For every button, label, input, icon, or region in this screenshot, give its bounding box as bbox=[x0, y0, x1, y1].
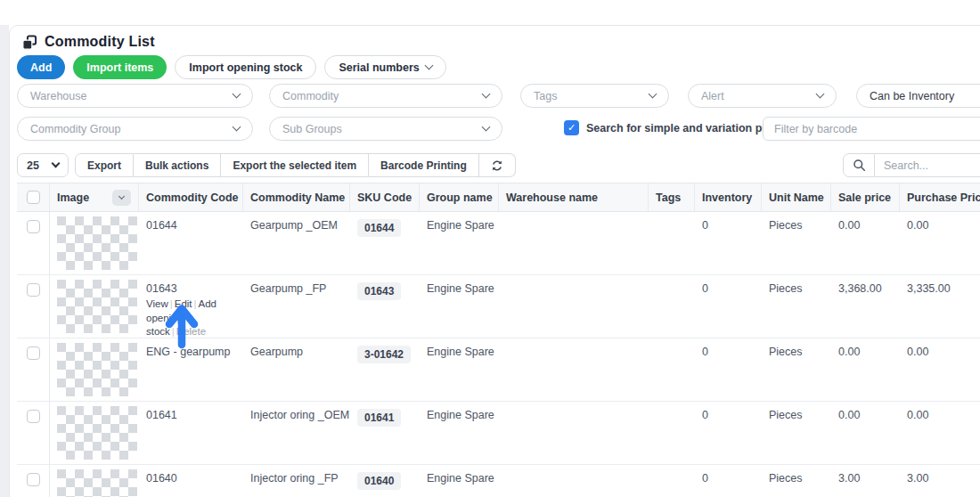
sale-price: 3.00 bbox=[831, 465, 900, 485]
header-commodity-name: Commodity Name bbox=[243, 183, 350, 211]
commodity-group-select[interactable]: Commodity Group bbox=[17, 117, 253, 141]
barcode-filter-input[interactable] bbox=[763, 117, 980, 141]
table-row: 01643 View|Edit|Add opening stock|Delete… bbox=[17, 275, 980, 338]
header-image: Image bbox=[57, 191, 89, 204]
search-input[interactable] bbox=[875, 153, 980, 177]
commodity-name: Gearpump _FP bbox=[243, 275, 350, 295]
page-background-gutter bbox=[0, 25, 9, 497]
warehouse-name bbox=[499, 212, 649, 219]
group-name: Engine Spare bbox=[420, 465, 499, 485]
bulk-actions-button[interactable]: Bulk actions bbox=[134, 153, 221, 177]
sub-groups-select[interactable]: Sub Groups bbox=[269, 117, 502, 141]
sku-badge: 01644 bbox=[357, 219, 401, 237]
page-title: Commodity List bbox=[45, 34, 155, 50]
commodity-code-cell: 01640 bbox=[139, 465, 243, 485]
unit-name: Pieces bbox=[762, 212, 831, 232]
sku-badge: 01641 bbox=[357, 409, 401, 427]
export-selected-button[interactable]: Export the selected item bbox=[221, 153, 369, 177]
tags-cell bbox=[649, 465, 695, 472]
warehouse-select[interactable]: Warehouse bbox=[17, 84, 253, 108]
header-tags: Tags bbox=[649, 183, 695, 211]
row-checkbox[interactable] bbox=[27, 410, 40, 423]
barcode-printing-button[interactable]: Barcode Printing bbox=[369, 153, 479, 177]
commodity-code: 01643 bbox=[146, 282, 177, 295]
table-row: ENG - gearpump Gearpump 3-01642 Engine S… bbox=[17, 338, 980, 402]
action-separator: | bbox=[170, 326, 176, 337]
commodity-image-placeholder bbox=[57, 406, 137, 460]
commodity-name: Gearpump _OEM bbox=[243, 212, 350, 232]
tags-cell bbox=[649, 212, 695, 219]
filter-row-1: Warehouse Commodity Tags Alert Can be In… bbox=[17, 84, 980, 108]
alert-select[interactable]: Alert bbox=[688, 84, 837, 108]
search-button[interactable] bbox=[843, 153, 875, 177]
row-action-view[interactable]: View bbox=[146, 298, 168, 309]
commodity-list-page: Commodity List Add Import items Import o… bbox=[0, 0, 980, 497]
purchase-price: 0.00 bbox=[900, 338, 980, 358]
action-buttons: Add Import items Import opening stock Se… bbox=[17, 55, 446, 79]
purchase-price: 3.00 bbox=[900, 465, 980, 485]
page-header: Commodity List bbox=[22, 34, 155, 50]
commodity-table: Image Commodity Code Commodity Name SKU … bbox=[17, 183, 980, 497]
simple-variation-checkbox[interactable]: ✓ bbox=[564, 120, 579, 135]
row-action-delete[interactable]: Delete bbox=[176, 326, 206, 337]
image-column-toggle[interactable] bbox=[112, 190, 131, 206]
sku-cell: 01641 bbox=[350, 402, 420, 427]
refresh-button[interactable] bbox=[479, 153, 516, 177]
unit-name: Pieces bbox=[762, 465, 831, 485]
commodity-code-cell: 01643 View|Edit|Add opening stock|Delete bbox=[139, 275, 243, 339]
import-items-button[interactable]: Import items bbox=[73, 55, 167, 79]
commodity-code-cell: ENG - gearpump bbox=[139, 338, 243, 358]
row-checkbox[interactable] bbox=[27, 346, 40, 360]
header-unit-name: Unit Name bbox=[762, 183, 831, 211]
row-checkbox[interactable] bbox=[27, 473, 40, 486]
header-inventory: Inventory bbox=[695, 183, 762, 211]
row-checkbox[interactable] bbox=[27, 283, 40, 297]
serial-numbers-dropdown[interactable]: Serial numbers bbox=[324, 55, 445, 79]
inventory-value: 0 bbox=[695, 465, 762, 485]
action-separator: | bbox=[168, 298, 175, 309]
commodity-name: Gearpump bbox=[243, 338, 350, 358]
export-button[interactable]: Export bbox=[75, 153, 134, 177]
commodity-list-card: Commodity List Add Import items Import o… bbox=[9, 25, 980, 497]
sale-price: 0.00 bbox=[831, 402, 900, 421]
page-size-value: 25 bbox=[27, 159, 39, 172]
commodity-code-cell: 01641 bbox=[139, 402, 243, 421]
commodity-image-placeholder bbox=[57, 280, 137, 333]
chevron-down-icon bbox=[233, 123, 241, 132]
warehouse-name bbox=[499, 465, 649, 472]
chevron-down-icon bbox=[118, 193, 125, 200]
sale-price: 0.00 bbox=[831, 338, 900, 358]
tags-cell bbox=[649, 402, 695, 409]
commodity-name: Injector oring _OEM bbox=[243, 402, 350, 421]
table-header-row: Image Commodity Code Commodity Name SKU … bbox=[17, 183, 980, 212]
commodity-code: 01644 bbox=[146, 219, 177, 232]
chevron-down-icon bbox=[424, 61, 433, 70]
table-body: 01644 Gearpump _OEM 01644 Engine Spare 0… bbox=[17, 212, 980, 497]
commodity-placeholder: Commodity bbox=[282, 90, 339, 102]
tags-cell bbox=[649, 338, 695, 346]
select-all-checkbox[interactable] bbox=[27, 191, 40, 204]
import-opening-stock-button[interactable]: Import opening stock bbox=[175, 55, 316, 79]
sku-cell: 3-01642 bbox=[350, 338, 420, 363]
chevron-down-icon bbox=[52, 159, 61, 168]
sku-cell: 01643 bbox=[350, 275, 420, 300]
commodity-select[interactable]: Commodity bbox=[269, 84, 502, 108]
row-checkbox[interactable] bbox=[27, 220, 40, 233]
group-name: Engine Spare bbox=[420, 338, 499, 358]
sale-price: 3,368.00 bbox=[831, 275, 900, 295]
row-action-edit[interactable]: Edit bbox=[175, 298, 192, 309]
commodity-code: ENG - gearpump bbox=[146, 346, 230, 358]
warehouse-name bbox=[499, 275, 649, 282]
header-sku-code: SKU Code bbox=[350, 183, 420, 211]
sale-price: 0.00 bbox=[831, 212, 900, 232]
tags-select[interactable]: Tags bbox=[520, 84, 669, 108]
commodity-code: 01641 bbox=[146, 409, 177, 421]
filter-row-2: Commodity Group Sub Groups ✓ Search for … bbox=[17, 117, 980, 141]
warehouse-placeholder: Warehouse bbox=[30, 90, 86, 102]
page-size-select[interactable]: 25 bbox=[17, 153, 69, 177]
add-button[interactable]: Add bbox=[17, 55, 65, 79]
table-row: 01644 Gearpump _OEM 01644 Engine Spare 0… bbox=[17, 212, 980, 275]
action-separator: | bbox=[192, 298, 199, 309]
can-be-inventory-select[interactable]: Can be Inventory bbox=[856, 84, 980, 108]
warehouse-name bbox=[499, 402, 649, 409]
